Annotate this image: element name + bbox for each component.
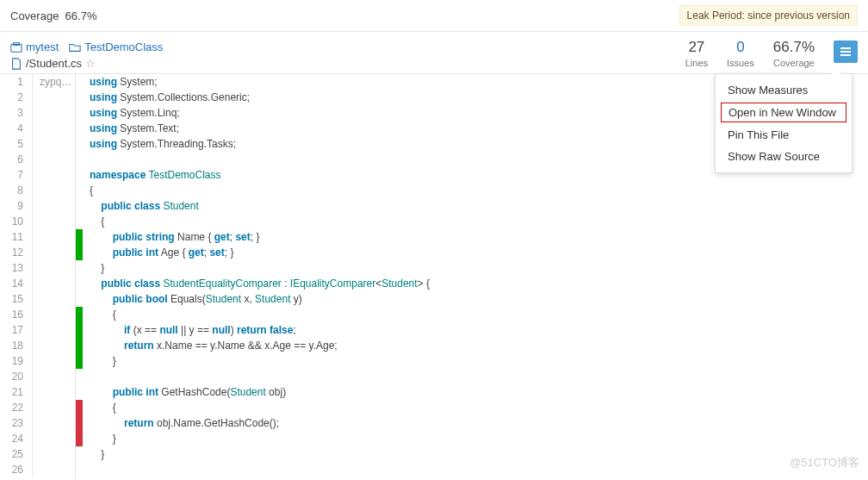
coverage-green [76,322,83,338]
breadcrumb-file: /Student.cs ☆ [10,57,96,70]
stat-coverage: 66.7% Coverage [773,39,815,68]
code-line[interactable]: } [90,260,868,276]
file-stats: 27 Lines 0 Issues 66.7% Coverage [685,39,858,73]
line-number[interactable]: 16 [0,307,23,322]
line-number[interactable]: 6 [0,152,23,167]
favorite-icon[interactable]: ☆ [85,57,96,70]
coverage-bar: Coverage 66.7% Leak Period: since previo… [0,0,868,32]
actions-dropdown: Show Measures Open in New Window Pin Thi… [715,73,852,173]
watermark: @51CTO博客 [790,455,859,471]
code-line[interactable]: public class Student [90,198,868,214]
project-icon [10,41,22,53]
coverage-none [76,105,83,121]
line-number[interactable]: 26 [0,462,23,477]
line-number[interactable]: 7 [0,167,23,183]
line-number-gutter: 1234567891011121314151617181920212223242… [0,74,33,477]
line-number[interactable]: 1 [0,74,23,90]
menu-pin-file[interactable]: Pin This File [716,124,852,146]
coverage-none [76,369,83,384]
code-line[interactable]: } [90,446,868,462]
code-line[interactable]: public class StudentEqualityComparer : I… [90,276,868,291]
folder-icon [69,41,81,53]
coverage-none [76,384,83,400]
coverage-none [76,276,83,291]
code-line[interactable]: { [90,183,868,198]
file-icon [10,58,22,70]
line-number[interactable]: 22 [0,400,23,415]
code-line[interactable]: public int GetHashCode(Student obj) [90,384,868,400]
code-line[interactable]: { [90,214,868,229]
line-number[interactable]: 24 [0,431,23,446]
code-line[interactable]: public string Name { get; set; } [90,229,868,245]
code-line[interactable]: public int Age { get; set; } [90,245,868,260]
stat-issues[interactable]: 0 Issues [727,39,754,68]
scm-author[interactable]: zypq… [40,74,75,90]
stat-lines: 27 Lines [685,39,708,68]
line-number[interactable]: 21 [0,384,23,400]
coverage-none [76,214,83,229]
line-number[interactable]: 23 [0,415,23,431]
coverage-none [76,74,83,90]
code-line[interactable]: return obj.Name.GetHashCode(); [90,415,868,431]
coverage-green [76,245,83,260]
more-actions-button[interactable] [834,41,858,63]
code-line[interactable] [90,462,868,477]
coverage-none [76,167,83,183]
coverage-column [76,74,83,477]
coverage-green [76,229,83,245]
coverage-none [76,183,83,198]
menu-open-new-window[interactable]: Open in New Window [721,103,846,122]
coverage-none [76,136,83,152]
line-number[interactable]: 18 [0,338,23,353]
list-icon [839,45,852,59]
coverage-none [76,462,83,477]
coverage-none [76,291,83,307]
code-line[interactable]: { [90,307,868,322]
line-number[interactable]: 5 [0,136,23,152]
coverage-green [76,338,83,353]
coverage-none [76,90,83,105]
line-number[interactable]: 8 [0,183,23,198]
scm-column: zypq… [33,74,76,477]
code-line[interactable]: return x.Name == y.Name && x.Age == y.Ag… [90,338,868,353]
coverage-none [76,198,83,214]
line-number[interactable]: 10 [0,214,23,229]
coverage-green [76,353,83,369]
line-number[interactable]: 11 [0,229,23,245]
coverage-none [76,260,83,276]
breadcrumb-project[interactable]: mytest [10,41,59,53]
breadcrumb-package[interactable]: TestDemoClass [69,41,163,53]
code-line[interactable]: } [90,431,868,446]
line-number[interactable]: 13 [0,260,23,276]
line-number[interactable]: 20 [0,369,23,384]
menu-show-measures[interactable]: Show Measures [716,79,852,101]
coverage-none [76,446,83,462]
coverage-value: 66.7% [65,9,97,22]
coverage-label: Coverage [10,9,59,22]
code-line[interactable]: public bool Equals(Student x, Student y) [90,291,868,307]
coverage-green [76,307,83,322]
coverage-none [76,152,83,167]
menu-raw-source[interactable]: Show Raw Source [716,146,852,167]
coverage-none [76,121,83,136]
code-line[interactable]: } [90,353,868,369]
line-number[interactable]: 2 [0,90,23,105]
line-number[interactable]: 12 [0,245,23,260]
code-line[interactable]: { [90,400,868,415]
breadcrumb: mytest TestDemoClass /Student.cs ☆ [10,39,163,73]
coverage-red [76,400,83,415]
line-number[interactable]: 19 [0,353,23,369]
line-number[interactable]: 25 [0,446,23,462]
line-number[interactable]: 15 [0,291,23,307]
line-number[interactable]: 17 [0,322,23,338]
coverage-red [76,431,83,446]
leak-period-badge: Leak Period: since previous version [679,5,858,26]
line-number[interactable]: 9 [0,198,23,214]
line-number[interactable]: 14 [0,276,23,291]
file-header: mytest TestDemoClass /Student.cs ☆ 27 Li… [0,32,868,74]
code-line[interactable]: if (x == null || y == null) return false… [90,322,868,338]
coverage-red [76,415,83,431]
line-number[interactable]: 4 [0,121,23,136]
line-number[interactable]: 3 [0,105,23,121]
code-line[interactable] [90,369,868,384]
